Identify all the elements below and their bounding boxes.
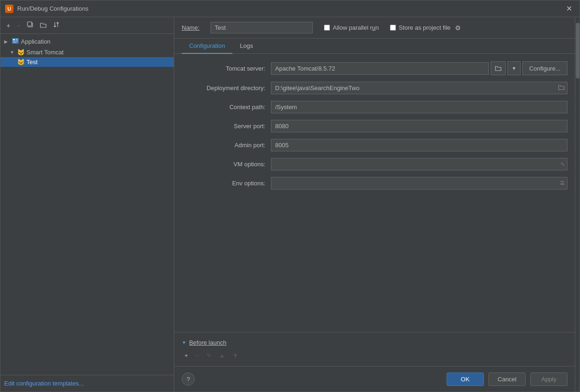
before-launch-arrow[interactable]: ▼ [182, 340, 186, 345]
left-footer: Edit configuration templates... [0, 375, 174, 392]
close-icon[interactable]: ✕ [563, 3, 575, 14]
add-button[interactable]: + [4, 20, 13, 31]
application-icon [12, 37, 19, 46]
application-label: Application [21, 38, 51, 45]
toolbar: + − [0, 17, 174, 34]
name-input[interactable] [211, 22, 313, 33]
svg-rect-5 [16, 40, 18, 40]
vm-options-row: VM options: ⤡ [182, 158, 567, 170]
allow-parallel-checkbox[interactable] [324, 25, 330, 31]
allow-parallel-label: Allow parallel run [333, 24, 379, 31]
svg-rect-2 [12, 38, 19, 44]
env-options-input-group: ☰ [271, 177, 567, 189]
deployment-dir-label: Deployment directory: [182, 85, 265, 91]
app-icon: U [5, 5, 13, 13]
before-launch-edit-button[interactable]: ✎ [204, 351, 214, 360]
header-row: Name: Allow parallel run Store as projec… [174, 17, 575, 39]
before-launch-up-button[interactable]: ▲ [216, 351, 228, 360]
tab-configuration[interactable]: Configuration [182, 39, 232, 54]
before-launch-toolbar: + − ✎ ▲ ▼ [182, 349, 567, 362]
main-content: + − [0, 17, 580, 392]
env-options-row: Env options: ☰ [182, 177, 567, 189]
svg-rect-4 [16, 39, 18, 39]
deployment-dir-input-group [271, 82, 567, 94]
settings-icon[interactable]: ⚙ [455, 24, 461, 32]
tomcat-server-input-group: ▾ Configure... [271, 61, 567, 75]
before-launch-title: Before launch [189, 339, 226, 346]
svg-rect-3 [13, 39, 15, 40]
scrollbar-thumb [576, 23, 580, 78]
tomcat-folder-icon[interactable] [491, 61, 506, 75]
admin-port-input[interactable] [271, 139, 567, 151]
smart-tomcat-icon: 🐱 [17, 49, 25, 56]
name-label: Name: [182, 24, 205, 31]
env-options-label: Env options: [182, 180, 265, 187]
remove-button[interactable]: − [14, 20, 23, 31]
svg-rect-7 [13, 42, 16, 43]
before-launch-remove-button[interactable]: − [193, 351, 202, 360]
help-button[interactable]: ? [182, 372, 195, 385]
allow-parallel-group: Allow parallel run [324, 24, 379, 31]
sort-button[interactable] [51, 20, 62, 31]
dialog-title: Run/Debug Configurations [17, 5, 88, 12]
before-launch-header: ▼ Before launch [182, 336, 567, 349]
server-port-input[interactable] [271, 120, 567, 132]
smart-tomcat-arrow: ▼ [10, 50, 15, 55]
test-label: Test [26, 59, 38, 65]
tab-logs[interactable]: Logs [232, 39, 260, 54]
context-path-input[interactable] [271, 101, 567, 113]
left-panel: + − [0, 17, 174, 392]
bottom-bar: ? OK Cancel Apply [174, 366, 575, 392]
svg-rect-1 [27, 22, 32, 26]
deployment-dir-folder-icon[interactable] [557, 84, 566, 92]
tree-item-smart-tomcat[interactable]: ▼ 🐱 Smart Tomcat [0, 47, 174, 57]
store-project-label: Store as project file [399, 24, 450, 31]
store-project-group: Store as project file ⚙ [390, 24, 461, 32]
tree-item-application[interactable]: ▶ Application [0, 36, 174, 47]
admin-port-row: Admin port: [182, 139, 567, 151]
edit-configuration-link[interactable]: Edit configuration templates... [4, 380, 84, 387]
dialog: U Run/Debug Configurations ✕ + − [0, 0, 580, 392]
vm-options-input[interactable] [271, 158, 567, 170]
configure-button[interactable]: Configure... [522, 61, 567, 75]
action-buttons: OK Cancel Apply [447, 372, 567, 386]
context-path-label: Context path: [182, 104, 265, 111]
context-path-row: Context path: [182, 101, 567, 113]
config-area: Tomcat server: ▾ Configure... [174, 54, 575, 332]
vm-options-label: VM options: [182, 161, 265, 168]
tomcat-server-input[interactable] [271, 62, 489, 75]
store-project-checkbox[interactable] [390, 25, 396, 31]
server-port-row: Server port: [182, 120, 567, 132]
tabs-bar: Configuration Logs [174, 39, 575, 54]
env-options-input[interactable] [271, 177, 567, 189]
admin-port-label: Admin port: [182, 142, 265, 149]
test-icon: 🐱 [17, 59, 25, 65]
title-bar-left: U Run/Debug Configurations [5, 5, 88, 13]
vm-options-expand-icon[interactable]: ⤡ [560, 160, 566, 168]
title-bar: U Run/Debug Configurations ✕ [0, 0, 580, 17]
apply-button[interactable]: Apply [530, 372, 567, 386]
server-port-label: Server port: [182, 123, 265, 130]
tomcat-server-row: Tomcat server: ▾ Configure... [182, 61, 567, 75]
before-launch-down-button[interactable]: ▼ [230, 351, 241, 360]
ok-button[interactable]: OK [447, 372, 484, 386]
tomcat-dropdown-icon[interactable]: ▾ [508, 61, 521, 75]
copy-button[interactable] [25, 20, 36, 31]
tree-area: ▶ Application [0, 34, 174, 375]
folder-button[interactable] [38, 20, 49, 31]
deployment-dir-input[interactable] [271, 82, 567, 94]
before-launch-section: ▼ Before launch + − ✎ ▲ ▼ [174, 332, 575, 366]
env-options-table-icon[interactable]: ☰ [559, 179, 566, 187]
right-panel: Name: Allow parallel run Store as projec… [174, 17, 575, 392]
before-launch-add-button[interactable]: + [182, 351, 191, 360]
svg-rect-6 [13, 41, 18, 42]
smart-tomcat-label: Smart Tomcat [26, 49, 64, 56]
cancel-button[interactable]: Cancel [488, 372, 526, 386]
vertical-scrollbar[interactable] [575, 17, 580, 392]
tomcat-server-label: Tomcat server: [182, 65, 265, 72]
tree-item-test[interactable]: 🐱 Test [0, 57, 174, 67]
vm-options-input-group: ⤡ [271, 158, 567, 170]
application-arrow: ▶ [4, 39, 10, 44]
deployment-dir-row: Deployment directory: [182, 82, 567, 94]
